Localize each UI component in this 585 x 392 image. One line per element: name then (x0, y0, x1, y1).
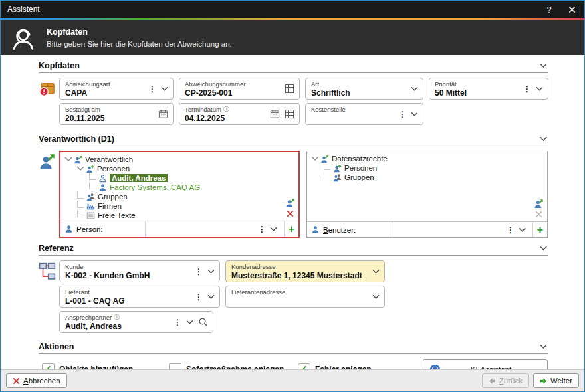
number-grid-icon[interactable] (285, 109, 294, 119)
field-label: Termindatumⓘ (185, 106, 270, 113)
chevron-down-icon[interactable] (207, 269, 215, 274)
tree-item-person-company[interactable]: Factory Systems, CAQ AG (63, 183, 296, 192)
calendar-icon[interactable] (270, 109, 280, 119)
tree-item-personen[interactable]: Personen (63, 164, 296, 173)
field-label: Priorität (435, 80, 523, 88)
field-value (231, 296, 372, 306)
field-bestaetigt-am[interactable]: Bestätigt am 20.11.2025 (59, 103, 174, 125)
chevron-down-icon[interactable] (519, 227, 526, 233)
field-label: Abweichungsnummer (185, 80, 285, 88)
chevron-down-icon[interactable] (161, 86, 168, 92)
person-icon (311, 225, 320, 234)
person-arrow-icon (39, 151, 59, 238)
cancel-x-icon (13, 377, 20, 385)
field-label: Ansprechpartnerⓘ (65, 314, 174, 321)
chevron-down-icon[interactable] (372, 294, 380, 300)
add-plus-button[interactable]: + (284, 221, 298, 237)
remove-icon[interactable] (287, 210, 294, 217)
chevron-down-icon[interactable] (186, 320, 193, 325)
chevron-down-icon[interactable] (411, 86, 418, 92)
tree-item-freie-texte[interactable]: Freie Texte (63, 211, 296, 220)
field-prioritaet[interactable]: Priorität 50 Mittel ⋮ (429, 78, 548, 100)
field-value: Audit, Andreas (65, 322, 174, 331)
checkbox-objekte-hinzufuegen[interactable]: ✓ Objekte hinzufügen (42, 363, 169, 370)
field-ansprechpartner[interactable]: Ansprechpartnerⓘ Audit, Andreas ⋮ (59, 311, 213, 333)
search-icon[interactable] (198, 317, 208, 327)
field-lieferantenadresse[interactable]: Lieferantenadresse (225, 286, 385, 308)
field-label: Art (311, 80, 411, 88)
menu-dots-icon[interactable]: ⋮ (258, 225, 266, 233)
ki-assistent-button[interactable]: KI-Assistent (423, 359, 548, 369)
tree-item-gruppen[interactable]: Gruppen (63, 192, 296, 201)
checkbox-box[interactable]: ✓ (298, 363, 310, 370)
section-aktionen: Aktionen ✓ Objekte hinzufügen ✓ Sofortma… (39, 342, 548, 369)
cancel-button[interactable]: Abbrechen (6, 373, 67, 388)
chevron-down-icon[interactable] (270, 227, 277, 232)
field-art[interactable]: Art Schriftlich (305, 78, 423, 100)
tree-expander-icon[interactable] (76, 166, 84, 171)
tree-expander-icon[interactable] (64, 157, 72, 162)
person-combobox-row: Person: ⋮ + (60, 221, 298, 237)
field-value: Musterstraße 1, 12345 Musterstadt (231, 271, 372, 280)
field-kundenadresse[interactable]: Kundenadresse Musterstraße 1, 12345 Must… (225, 260, 385, 282)
collapse-chevron-icon[interactable] (539, 136, 548, 142)
tree-connector (77, 210, 84, 217)
add-person-icon[interactable] (285, 198, 295, 208)
calendar-icon[interactable] (158, 109, 168, 119)
field-label: Lieferant (65, 288, 195, 296)
menu-dots-icon[interactable]: ⋮ (523, 85, 531, 93)
checkbox-fehler-anlegen[interactable]: ✓ Fehler anlegen (298, 363, 372, 370)
back-button[interactable]: Zurück (482, 373, 529, 388)
menu-dots-icon[interactable]: ⋮ (148, 85, 156, 93)
field-abweichungsart[interactable]: Abweichungsart CAPA ⋮ (59, 78, 174, 100)
field-kostenstelle[interactable]: Kostenstelle ⋮ (305, 103, 423, 125)
datensatzrechte-tree: Datensatzrechte Personen (307, 151, 547, 221)
next-button[interactable]: Weiter (533, 373, 579, 388)
tree-expander-icon[interactable] (311, 156, 319, 161)
section-divider (39, 72, 548, 73)
checkbox-box[interactable]: ✓ (169, 363, 181, 370)
section-title-aktionen: Aktionen (39, 342, 539, 351)
field-kunde[interactable]: Kunde K-002 - Kunden GmbH ⋮ (59, 260, 220, 282)
help-button[interactable]: ? (538, 1, 560, 17)
person-outline-icon (98, 174, 107, 183)
package-alert-icon (39, 78, 59, 128)
field-label: Abweichungsart (65, 80, 148, 88)
add-person-icon[interactable] (534, 199, 544, 209)
person-combobox-label: Person: (76, 225, 142, 233)
tree-connector (77, 201, 84, 208)
group-icon (333, 173, 342, 182)
number-grid-icon[interactable] (285, 84, 294, 94)
chevron-down-icon[interactable] (207, 294, 215, 300)
menu-dots-icon[interactable]: ⋮ (195, 268, 203, 276)
collapse-chevron-icon[interactable] (539, 246, 548, 251)
person-icon (98, 183, 107, 192)
menu-dots-icon[interactable]: ⋮ (507, 226, 515, 234)
tree-item-firmen[interactable]: Firmen (63, 201, 296, 211)
tree-item-rechte-gruppen[interactable]: Gruppen (310, 173, 544, 182)
field-lieferant[interactable]: Lieferant L-001 - CAQ AG ⋮ (59, 286, 220, 308)
chevron-down-icon[interactable] (411, 112, 418, 117)
tree-item-rechte-personen[interactable]: Personen (310, 163, 544, 173)
tree-item-verantwortlich[interactable]: Verantwortlich (63, 155, 296, 164)
menu-dots-icon[interactable]: ⋮ (174, 318, 181, 326)
menu-dots-icon[interactable]: ⋮ (195, 293, 203, 301)
field-label: Kostenstelle (311, 106, 398, 113)
checkbox-box[interactable]: ✓ (42, 363, 55, 370)
info-icon: ⓘ (223, 106, 229, 112)
chevron-down-icon[interactable] (536, 86, 543, 92)
collapse-chevron-icon[interactable] (539, 344, 548, 349)
tree-connector (77, 191, 84, 199)
field-termindatum[interactable]: Termindatumⓘ 04.12.2025 (179, 103, 300, 125)
close-icon (568, 6, 576, 13)
collapse-chevron-icon[interactable] (539, 63, 548, 68)
close-button[interactable] (560, 1, 583, 17)
menu-dots-icon[interactable]: ⋮ (398, 110, 406, 118)
field-abweichungsnummer[interactable]: Abweichungsnummer CP-2025-001 (179, 78, 300, 100)
checkbox-sofortmassnahme-anlegen[interactable]: ✓ Sofortmaßnahme anlegen (169, 363, 298, 370)
add-plus-button[interactable]: + (532, 222, 547, 237)
title-bar: Assistent ? (1, 1, 584, 18)
tree-item-datensatzrechte[interactable]: Datensatzrechte (310, 154, 544, 163)
tree-item-person-audit[interactable]: Audit, Andreas (63, 173, 296, 183)
chevron-down-icon[interactable] (372, 269, 380, 274)
